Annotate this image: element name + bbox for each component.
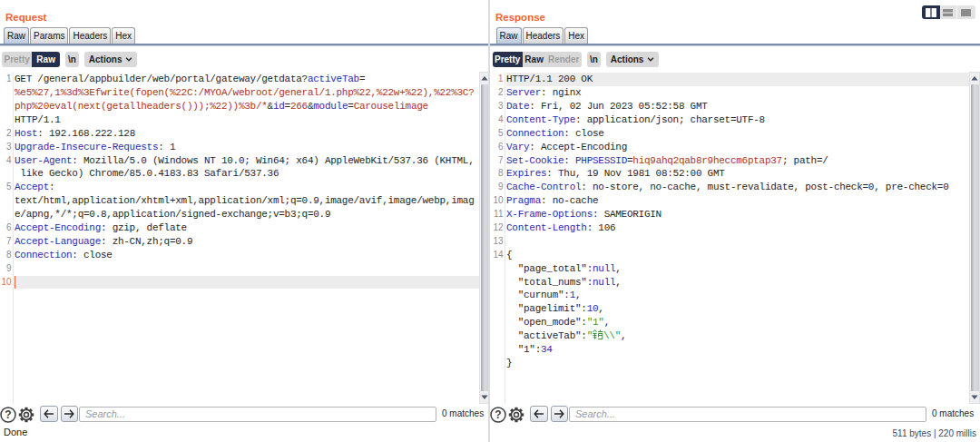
- svg-text:?: ?: [5, 408, 11, 421]
- svg-text:?: ?: [495, 408, 501, 421]
